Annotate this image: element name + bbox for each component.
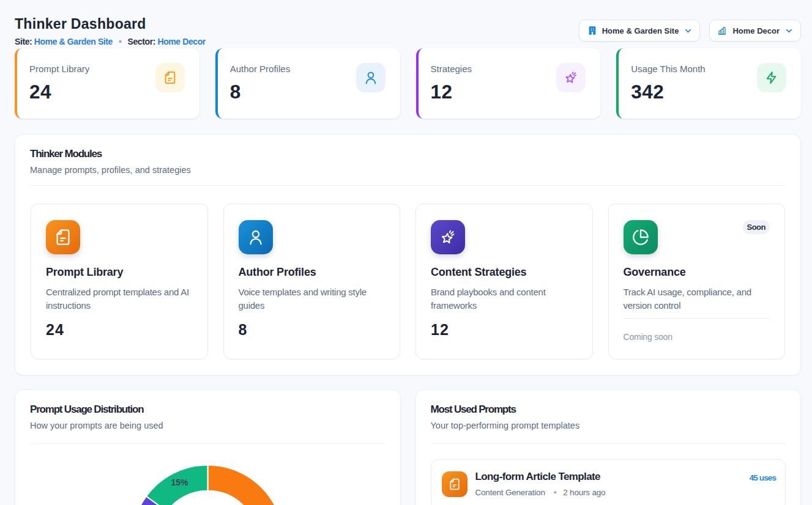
svg-text:15%: 15% [171, 477, 188, 487]
